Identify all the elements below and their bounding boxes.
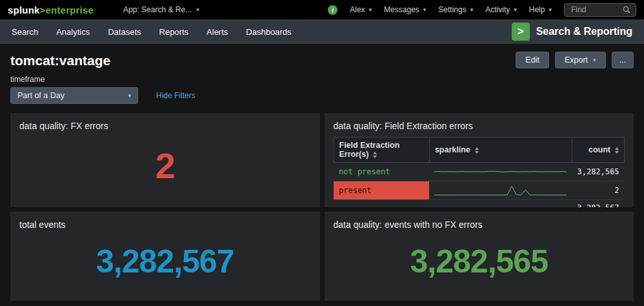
- timeframe-dropdown[interactable]: Part of a Day ▾: [10, 87, 138, 104]
- sort-icon: [475, 147, 479, 154]
- cell-empty: [429, 200, 572, 208]
- caret-down-icon: ▾: [514, 7, 517, 13]
- panel-fx-errors: data quality: FX errors 2: [10, 113, 320, 207]
- messages-menu[interactable]: Messages ▾: [384, 5, 426, 14]
- caret-down-icon: ▾: [423, 7, 427, 13]
- column-header-label: sparkline: [435, 145, 470, 154]
- panel-title: data quality: FX errors: [19, 121, 311, 131]
- find-search: [564, 3, 636, 17]
- caret-down-icon: ▾: [128, 93, 131, 99]
- app-brand[interactable]: > Search & Reporting: [512, 23, 632, 41]
- table-row-not-present[interactable]: not present 3,282,565: [334, 163, 625, 181]
- panel-title: data quality: Field Extraction errors: [334, 121, 625, 131]
- table-row-present[interactable]: present 2: [334, 181, 625, 200]
- tab-dashboards[interactable]: Dashboards: [246, 27, 291, 37]
- cell-empty: [334, 200, 429, 208]
- page-header: tomcat:vantage Edit Export ▾ ...: [10, 52, 634, 75]
- sort-icon: [373, 152, 377, 158]
- dashboard-actions: Edit Export ▾ ...: [516, 52, 634, 68]
- tab-search[interactable]: Search: [12, 27, 38, 37]
- sparkline-not-present: [429, 163, 572, 181]
- timeframe-label: timeframe: [10, 75, 634, 84]
- logo-gt-glyph: >: [40, 5, 46, 15]
- edit-button-label: Edit: [525, 56, 539, 65]
- find-input[interactable]: [570, 5, 619, 15]
- single-value-no-fx-errors: 3,282,565: [334, 230, 625, 293]
- tab-reports[interactable]: Reports: [159, 27, 189, 37]
- activity-menu-label: Activity: [485, 5, 510, 14]
- tab-datasets[interactable]: Datasets: [108, 27, 141, 37]
- dashboard-page: tomcat:vantage Edit Export ▾ ... timefra…: [0, 44, 644, 306]
- tab-analytics[interactable]: Analytics: [56, 27, 90, 37]
- app-menu-label: App: Search & Re...: [123, 5, 192, 14]
- tab-alerts[interactable]: Alerts: [206, 27, 228, 37]
- caret-down-icon: ▾: [593, 57, 596, 63]
- timeframe-value: Part of a Day: [17, 91, 65, 100]
- panel-field-extraction-errors: data quality: Field Extraction errors Fi…: [325, 113, 634, 207]
- screen: splunk>enterprise App: Search & Re... ▾ …: [0, 0, 644, 306]
- settings-menu[interactable]: Settings ▾: [438, 5, 473, 14]
- column-header-label: count: [589, 145, 610, 154]
- panel-title: total events: [19, 219, 311, 230]
- cell-count: 3,282,565: [572, 163, 624, 181]
- app-title: Search & Reporting: [536, 26, 632, 37]
- single-value-total-events: 3,282,567: [19, 230, 311, 293]
- caret-down-icon: ▾: [470, 7, 474, 13]
- column-header-sparkline[interactable]: sparkline: [429, 138, 572, 163]
- more-actions-button[interactable]: ...: [612, 52, 634, 68]
- app-menu[interactable]: App: Search & Re... ▾: [123, 5, 199, 14]
- caret-down-icon: ▾: [369, 7, 372, 13]
- dashboard-title: tomcat:vantage: [10, 53, 110, 68]
- cell-error-label: not present: [334, 163, 429, 181]
- results-table: Field Extraction Error(s) sparkline coun…: [334, 137, 625, 207]
- filter-row: Part of a Day ▾ Hide Filters: [10, 87, 634, 104]
- hide-filters-link[interactable]: Hide Filters: [156, 91, 196, 100]
- caret-down-icon: ▾: [548, 7, 552, 13]
- activity-menu[interactable]: Activity ▾: [485, 5, 517, 14]
- edit-button[interactable]: Edit: [516, 52, 549, 68]
- splunk-logo[interactable]: splunk>enterprise: [8, 5, 94, 15]
- sort-icon: [615, 147, 619, 154]
- column-header-count[interactable]: count: [572, 138, 624, 163]
- cell-count: 2: [572, 181, 624, 200]
- app-nav-bar: Search Analytics Datasets Reports Alerts…: [0, 19, 644, 44]
- user-menu-label: Alex: [350, 5, 365, 14]
- user-menu[interactable]: Alex ▾: [350, 5, 372, 14]
- export-button[interactable]: Export ▾: [555, 52, 606, 68]
- sparkline-present: [429, 181, 572, 200]
- splunk-app-logo-icon: >: [512, 23, 530, 41]
- cell-total-count: 3,282,567: [572, 200, 624, 208]
- column-header-label: Field Extraction Error(s): [339, 141, 400, 159]
- table-header-row: Field Extraction Error(s) sparkline coun…: [334, 138, 625, 163]
- cell-error-label: present: [334, 181, 429, 200]
- search-icon: [623, 6, 630, 14]
- panel-title: data quality: events with no FX errors: [334, 219, 625, 230]
- column-header-field-extraction-error[interactable]: Field Extraction Error(s): [334, 138, 429, 163]
- table-total-row: 3,282,567: [334, 200, 625, 208]
- export-button-label: Export: [565, 56, 588, 65]
- panel-no-fx-errors: data quality: events with no FX errors 3…: [325, 212, 634, 301]
- settings-menu-label: Settings: [438, 5, 466, 14]
- more-actions-label: ...: [619, 56, 626, 65]
- top-bar: splunk>enterprise App: Search & Re... ▾ …: [0, 0, 644, 19]
- panel-total-events: total events 3,282,567: [10, 212, 320, 301]
- caret-down-icon: ▾: [196, 7, 199, 13]
- dashboard-grid: data quality: FX errors 2 data quality: …: [10, 113, 634, 301]
- info-icon[interactable]: i: [328, 5, 337, 15]
- messages-menu-label: Messages: [384, 5, 419, 14]
- help-menu[interactable]: Help ▾: [529, 5, 552, 14]
- help-menu-label: Help: [529, 5, 545, 14]
- topbar-right: i Alex ▾ Messages ▾ Settings ▾ Activity …: [328, 3, 636, 17]
- logo-product-text: enterprise: [46, 5, 94, 15]
- single-value-fx-errors: 2: [19, 131, 311, 199]
- logo-splunk-text: splunk: [8, 5, 40, 15]
